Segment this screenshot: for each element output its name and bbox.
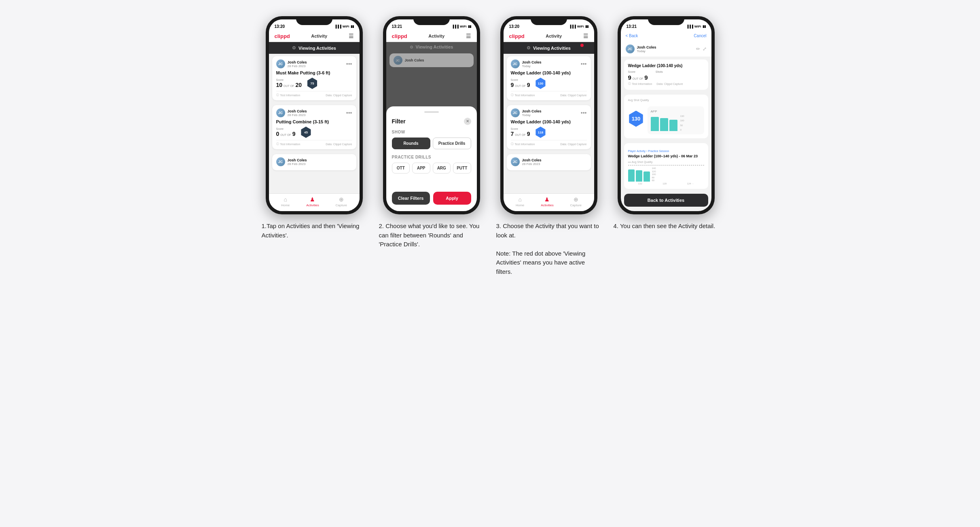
cancel-link-4[interactable]: Cancel (694, 34, 706, 38)
phone-3-inner: 13:20 ▐▐▐ WiFi ▮▮ clippd Activity ☰ ⚙ (504, 19, 594, 211)
user-name-3-1: Josh Coles (522, 60, 542, 64)
drill-putt-2[interactable]: PUTT (453, 163, 471, 174)
caption-1: 1.Tap on Activities and then 'Viewing Ac… (262, 222, 367, 240)
card-title-3-1: Wedge Ladder (100-140 yds) (511, 70, 587, 75)
screen-4-column: 13:21 ▐▐▐ WiFi ▮▮ < Back Cancel (614, 16, 719, 231)
notch-2 (413, 16, 450, 25)
back-activities-btn-4[interactable]: Back to Activities (624, 194, 708, 207)
status-time-2: 13:21 (392, 24, 402, 29)
hamburger-icon-2[interactable]: ☰ (466, 33, 471, 39)
close-filter-2[interactable]: ✕ (464, 118, 471, 125)
scroll-area-3: JC Josh Coles Today ••• Wedge Ladder (10… (504, 54, 594, 193)
user-name-3-2: Josh Coles (522, 109, 542, 113)
drill-app-2[interactable]: APP (412, 163, 430, 174)
user-date-1-1: 28 Feb 2023 (288, 64, 307, 68)
card-footer-1-1: ⓘ Test Information Data: Clippd Capture (276, 91, 352, 97)
rounds-toggle-2[interactable]: Rounds (392, 138, 430, 149)
big-hex-4: 130 (628, 111, 644, 127)
app-nav-2: clippd Activity ☰ (386, 30, 477, 42)
nav-home-1[interactable]: ⌂ Home (281, 196, 290, 207)
more-dots-1-2[interactable]: ••• (346, 110, 352, 116)
score-group-3-1: Score 9 OUT OF 9 (511, 78, 530, 88)
activities-banner-3[interactable]: ⚙ Viewing Activities (504, 42, 594, 54)
battery-icon-3: ▮▮ (585, 25, 588, 28)
expand-icon-4[interactable]: ⤢ (703, 46, 707, 52)
detail-user-row-4: JC Josh Coles Today ✏ ⤢ (621, 41, 711, 57)
phone-4: 13:21 ▐▐▐ WiFi ▮▮ < Back Cancel (618, 16, 715, 214)
card-user-1-2: JC Josh Coles 28 Feb 2023 (276, 108, 307, 117)
score-group-3-2: Score 7 OUT OF 9 (511, 127, 530, 137)
bottom-nav-1: ⌂ Home ♟ Activities ⊕ Capture (269, 193, 360, 211)
phone-1-inner: 13:20 ▐▐▐ WiFi ▮▮ clippd Activity ☰ ⚙ (269, 19, 360, 211)
info-icon-1-1: ⓘ (276, 93, 279, 97)
wifi-icon-4: WiFi (694, 25, 701, 28)
activities-banner-1[interactable]: ⚙ Viewing Activities (269, 42, 360, 54)
card-stats-1-2: Score 0 OUT OF 9 45 (276, 127, 352, 138)
detail-drill-title-4: Wedge Ladder (100-140 yds) (628, 63, 683, 68)
user-date-3-1: Today (522, 64, 542, 68)
user-date-4: Today (637, 49, 656, 53)
avatar-1-2: JC (276, 108, 285, 117)
drill-arg-2[interactable]: ARG (433, 163, 451, 174)
scroll-area-4: Wedge Ladder (100-140 yds) Score Shots 9… (621, 57, 711, 211)
mini-bar-labels-4: 132 129 124 ··· (628, 182, 704, 185)
score-value-group-1-1: 10 OUT OF 20 (276, 82, 302, 88)
nav-activities-3[interactable]: ♟ Activities (541, 196, 554, 207)
phone-2-inner: 13:21 ▐▐▐ WiFi ▮▮ clippd Activity ☰ (386, 19, 477, 211)
back-link-4[interactable]: < Back (626, 34, 638, 38)
avatar-3-1: JC (511, 59, 520, 68)
scroll-area-1: JC Josh Coles 28 Feb 2023 ••• Must Make … (269, 54, 360, 193)
filter-icon-3: ⚙ (527, 45, 531, 51)
apply-btn-2[interactable]: Apply (433, 192, 471, 205)
card-user-1-1: JC Josh Coles 28 Feb 2023 (276, 59, 307, 68)
info-icon-3-2: ⓘ (511, 142, 514, 146)
score-value-group-3-2: 7 OUT OF 9 (511, 131, 530, 137)
caption-4: 4. You can then see the Activity detail. (614, 222, 719, 231)
more-dots-3-2[interactable]: ••• (581, 110, 587, 116)
blurred-card-2: JC Josh Coles (389, 53, 474, 67)
chart-title-4: APP (651, 110, 701, 113)
card-title-3-2: Wedge Ladder (100-140 yds) (511, 119, 587, 124)
avatar-img-1-2: JC (276, 108, 285, 117)
activities-icon-3: ♟ (544, 196, 550, 203)
signal-icon: ▐▐▐ (334, 25, 341, 28)
card-header-3-2: JC Josh Coles Today ••• (511, 108, 587, 117)
banner-text-3: Viewing Activities (533, 46, 571, 51)
activity-card-3-2[interactable]: JC Josh Coles Today ••• Wedge Ladder (10… (507, 105, 591, 149)
chart-bar-3-4 (669, 120, 677, 131)
screens-container: 13:20 ▐▐▐ WiFi ▮▮ clippd Activity ☰ ⚙ (262, 16, 719, 276)
card-title-1-2: Putting Combine (3-15 ft) (276, 119, 352, 124)
activity-title-4: Wedge Ladder (100–140 yds) - 06 Mar 23 (628, 154, 704, 158)
show-label-2: Show (392, 130, 471, 134)
practice-label-2: Practice Drills (392, 155, 471, 159)
edit-icon-4[interactable]: ✏ (696, 46, 700, 52)
drill-ott-2[interactable]: OTT (392, 163, 410, 174)
nav-capture-1[interactable]: ⊕ Capture (336, 196, 347, 207)
more-dots-1-1[interactable]: ••• (346, 61, 352, 67)
filter-title-2: Filter (392, 118, 406, 125)
mini-bar-2-4 (636, 170, 642, 182)
detail-score-group-4: 9 OUT OF 9 (628, 74, 683, 81)
clear-filters-btn-2[interactable]: Clear Filters (392, 192, 430, 205)
hamburger-icon-3[interactable]: ☰ (583, 33, 588, 39)
status-time-3: 13:20 (509, 24, 520, 29)
more-dots-3-1[interactable]: ••• (581, 61, 587, 67)
info-icon-1-2: ⓘ (276, 142, 279, 146)
nav-capture-3[interactable]: ⊕ Capture (570, 196, 582, 207)
activity-card-1-2[interactable]: JC Josh Coles 28 Feb 2023 ••• Putting Co… (272, 105, 356, 149)
detail-actions-4: ✏ ⤢ (696, 46, 707, 52)
sq-badge-3-1: 130 (535, 78, 546, 89)
nav-home-3[interactable]: ⌂ Home (516, 196, 524, 207)
activity-card-3-1[interactable]: JC Josh Coles Today ••• Wedge Ladder (10… (507, 56, 591, 100)
home-icon-3: ⌂ (518, 196, 521, 203)
bottom-nav-3: ⌂ Home ♟ Activities ⊕ Capture (504, 193, 594, 211)
card-footer-1-2: ⓘ Test Information Data: Clippd Capture (276, 140, 352, 146)
phone-4-inner: 13:21 ▐▐▐ WiFi ▮▮ < Back Cancel (621, 19, 711, 211)
hamburger-icon-1[interactable]: ☰ (349, 33, 354, 39)
user-info-3-2: Josh Coles Today (522, 109, 542, 117)
activity-card-1-1[interactable]: JC Josh Coles 28 Feb 2023 ••• Must Make … (272, 56, 356, 100)
nav-activities-1[interactable]: ♟ Activities (306, 196, 319, 207)
nav-title-1: Activity (311, 34, 327, 38)
drills-toggle-2[interactable]: Practice Drills (433, 138, 471, 149)
activity-card-3-3: JC Josh Coles 28 Feb 2023 (507, 154, 591, 170)
